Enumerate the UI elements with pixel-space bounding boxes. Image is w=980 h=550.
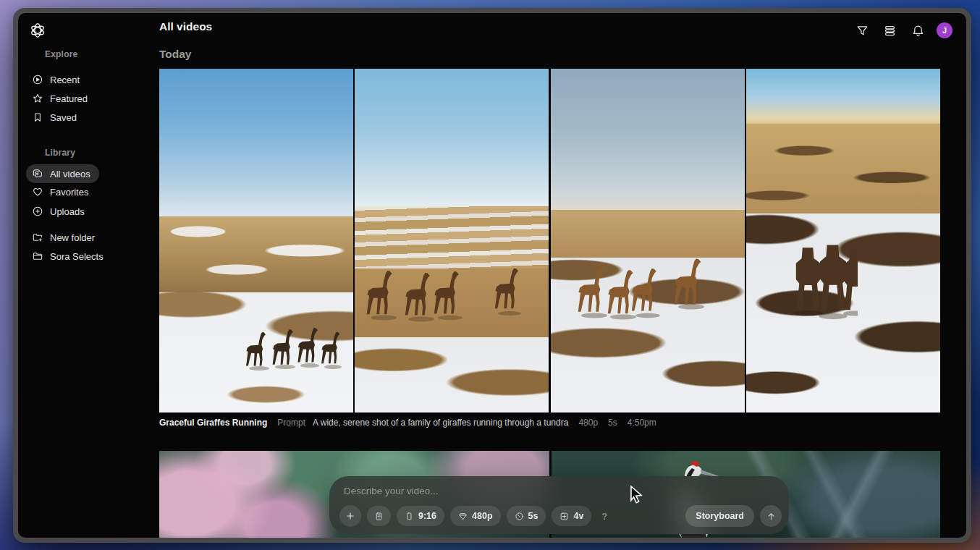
sidebar-item-saved[interactable]: Saved bbox=[26, 108, 85, 127]
openai-logo-icon bbox=[29, 22, 46, 39]
prompt-text[interactable]: A wide, serene shot of a family of giraf… bbox=[313, 418, 568, 428]
app-window: Explore Recent Featured Saved Library Al… bbox=[13, 8, 971, 543]
giraffe-group bbox=[243, 323, 345, 376]
cursor-arrow-icon bbox=[628, 485, 644, 504]
giraffe-group bbox=[778, 241, 858, 331]
video-resolution: 480p bbox=[578, 418, 598, 428]
resolution-value: 480p bbox=[472, 511, 493, 521]
upload-plus-icon bbox=[32, 206, 43, 217]
prompt-input[interactable]: Describe your video... bbox=[344, 486, 439, 496]
video-thumbnail-giraffes-4[interactable] bbox=[746, 69, 940, 412]
bookmark-icon bbox=[32, 111, 43, 123]
sidebar-item-label: New folder bbox=[50, 232, 95, 243]
preset-button[interactable] bbox=[367, 506, 391, 526]
sidebar-item-uploads[interactable]: Uploads bbox=[26, 202, 93, 221]
phone-icon bbox=[405, 512, 414, 521]
sidebar-item-label: Featured bbox=[50, 93, 88, 104]
help-button[interactable]: ? bbox=[597, 506, 612, 526]
video-caption: Graceful Giraffes Running Prompt A wide,… bbox=[159, 418, 656, 428]
add-button[interactable] bbox=[339, 505, 361, 527]
video-stack-icon bbox=[32, 168, 43, 179]
notifications-button[interactable] bbox=[907, 20, 929, 41]
clock-icon bbox=[515, 512, 524, 521]
sidebar-item-label: Saved bbox=[50, 112, 77, 123]
date-group-label: Today bbox=[159, 48, 192, 61]
aspect-ratio-button[interactable]: 9:16 bbox=[397, 506, 444, 526]
plus-icon bbox=[345, 511, 355, 521]
sidebar-item-new-folder[interactable]: New folder bbox=[26, 228, 104, 247]
video-duration: 5s bbox=[608, 418, 617, 428]
sidebar-item-recent[interactable]: Recent bbox=[26, 70, 88, 89]
view-options-button[interactable] bbox=[879, 20, 900, 41]
variations-button[interactable]: 4v bbox=[552, 506, 591, 526]
folder-icon bbox=[32, 250, 43, 262]
sora-app: Explore Recent Featured Saved Library Al… bbox=[18, 13, 966, 538]
filter-button[interactable] bbox=[851, 20, 873, 41]
sidebar-item-featured[interactable]: Featured bbox=[26, 89, 96, 108]
sidebar-item-label: Sora Selects bbox=[50, 251, 104, 262]
video-title[interactable]: Graceful Giraffes Running bbox=[159, 418, 267, 428]
sidebar-item-label: All videos bbox=[50, 169, 90, 179]
section-label-explore: Explore bbox=[45, 49, 77, 59]
aspect-ratio-value: 9:16 bbox=[418, 511, 436, 521]
star-icon bbox=[32, 93, 43, 104]
preset-card-icon bbox=[374, 512, 384, 521]
notifications-icon bbox=[911, 24, 925, 38]
folder-plus-icon bbox=[32, 232, 43, 243]
storyboard-button[interactable]: Storyboard bbox=[685, 505, 754, 527]
sidebar-item-sora-selects[interactable]: Sora Selects bbox=[26, 247, 112, 266]
duration-button[interactable]: 5s bbox=[507, 506, 546, 526]
giraffe-group bbox=[365, 263, 538, 328]
sidebar-item-label: Recent bbox=[50, 75, 80, 85]
submit-button[interactable] bbox=[760, 505, 782, 527]
sidebar-item-favorites[interactable]: Favorites bbox=[26, 182, 97, 201]
resolution-button[interactable]: 480p bbox=[450, 506, 501, 526]
composer-toolbar: 9:16 480p 5s 4v ? Storyboard bbox=[339, 505, 782, 527]
video-thumbnail-giraffes-2[interactable] bbox=[355, 69, 549, 412]
video-time: 4:50pm bbox=[628, 418, 656, 428]
prompt-label: Prompt bbox=[277, 418, 305, 428]
arrow-up-icon bbox=[766, 511, 777, 522]
prompt-composer[interactable]: Describe your video... 9:16 480p bbox=[329, 476, 789, 534]
play-circle-icon bbox=[32, 74, 43, 85]
filter-icon bbox=[856, 24, 869, 38]
section-label-library: Library bbox=[45, 148, 75, 158]
view-options-icon bbox=[883, 24, 897, 38]
video-thumbnail-giraffes-3[interactable] bbox=[551, 69, 745, 412]
page-title: All videos bbox=[159, 20, 212, 33]
gem-icon bbox=[458, 512, 468, 521]
variations-value: 4v bbox=[573, 511, 583, 521]
sidebar: Explore Recent Featured Saved Library Al… bbox=[18, 13, 159, 538]
variations-grid-icon bbox=[559, 512, 569, 521]
sidebar-item-label: Uploads bbox=[50, 206, 85, 217]
video-thumbnail-giraffes-1[interactable] bbox=[159, 69, 353, 412]
avatar[interactable]: J bbox=[937, 22, 952, 38]
sidebar-item-all-videos[interactable]: All videos bbox=[26, 164, 99, 183]
sidebar-item-label: Favorites bbox=[50, 187, 88, 198]
heart-icon bbox=[32, 186, 43, 198]
duration-value: 5s bbox=[528, 511, 538, 521]
giraffe-group bbox=[571, 253, 716, 326]
